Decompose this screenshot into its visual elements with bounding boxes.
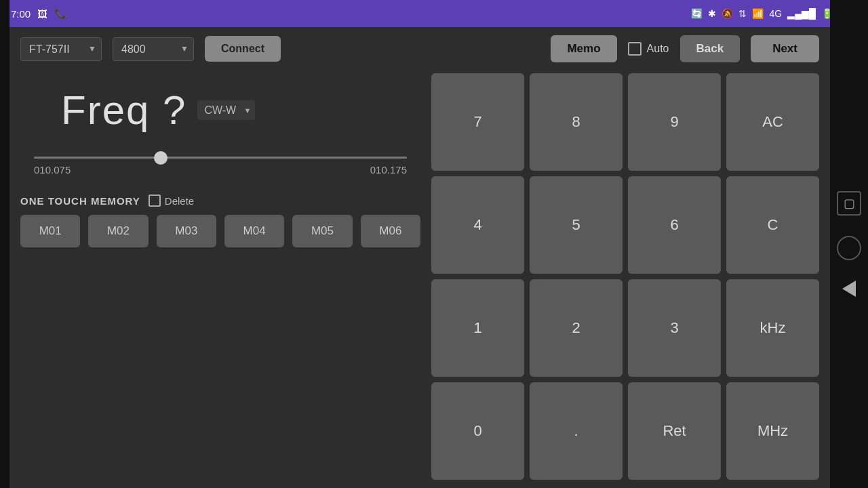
memory-title: ONE TOUCH MEMORY [20, 195, 140, 207]
delete-checkbox[interactable] [149, 195, 161, 207]
bluetooth-icon: ✱ [708, 8, 716, 19]
memory-button-m03[interactable]: M03 [157, 215, 216, 247]
freq-label: Freq ? [61, 87, 186, 134]
alarm-icon: 🔕 [722, 8, 733, 19]
photo-icon: 🖼 [37, 8, 47, 20]
memory-buttons: M01M02M03M04M05M06 [20, 215, 420, 247]
toolbar: FT-757II ▼ 4800 ▼ Connect Memo Auto Back… [20, 35, 819, 62]
device-select[interactable]: FT-757II [20, 37, 102, 61]
slider-track [34, 157, 407, 159]
data-icon: ⇅ [738, 8, 747, 19]
key-MHz[interactable]: MHz [726, 382, 819, 480]
freq-display: Freq ? CW-W ▼ [61, 87, 420, 134]
baud-rate-select-wrapper: 4800 ▼ [113, 37, 194, 61]
memory-button-m04[interactable]: M04 [224, 215, 284, 247]
key-0[interactable]: 0 [431, 382, 524, 480]
key-9[interactable]: 9 [628, 73, 721, 171]
key-Ret[interactable]: Ret [628, 382, 721, 480]
auto-checkbox[interactable] [628, 42, 642, 56]
main-content: FT-757II ▼ 4800 ▼ Connect Memo Auto Back… [9, 27, 830, 488]
slider-labels: 010.075 010.175 [34, 164, 407, 176]
key-kHz[interactable]: kHz [726, 279, 819, 377]
key-dot[interactable]: . [530, 382, 623, 480]
next-button[interactable]: Next [751, 35, 819, 62]
key-C[interactable]: C [726, 176, 819, 274]
slider-min-label: 010.075 [34, 164, 71, 176]
key-3[interactable]: 3 [628, 279, 721, 377]
left-panel: Freq ? CW-W ▼ 010.075 010.175 [20, 73, 420, 480]
memory-header: ONE TOUCH MEMORY Delete [20, 195, 420, 207]
memory-button-m06[interactable]: M06 [361, 215, 420, 247]
circle-nav-button[interactable] [837, 236, 861, 260]
key-6[interactable]: 6 [628, 176, 721, 274]
left-strip [0, 0, 9, 488]
memo-button[interactable]: Memo [551, 35, 616, 62]
slider-max-label: 010.175 [370, 164, 407, 176]
auto-label: Auto [647, 43, 669, 55]
content-area: Freq ? CW-W ▼ 010.075 010.175 [20, 73, 819, 480]
back-button[interactable]: Back [680, 35, 741, 62]
device-select-wrapper: FT-757II ▼ [20, 37, 102, 61]
auto-wrapper: Auto [628, 42, 669, 56]
back-nav-button[interactable] [842, 281, 856, 297]
memory-button-m01[interactable]: M01 [20, 215, 80, 247]
delete-label: Delete [165, 195, 194, 207]
memory-button-m05[interactable]: M05 [292, 215, 352, 247]
mode-wrapper: CW-W ▼ [197, 100, 255, 120]
slider-thumb[interactable] [154, 151, 167, 165]
sync-icon: 🔄 [691, 8, 703, 19]
toolbar-right: Memo Auto Back Next [551, 35, 819, 62]
memory-button-m02[interactable]: M02 [88, 215, 148, 247]
phone-icon: 📞 [54, 7, 67, 20]
delete-wrapper: Delete [149, 195, 194, 207]
key-1[interactable]: 1 [431, 279, 524, 377]
keypad: 789AC456C123kHz0.RetMHz [431, 73, 819, 480]
signal-4g: 4G [769, 8, 782, 19]
wifi-icon: 📶 [752, 8, 764, 19]
status-bar: 7:00 🖼 📞 🔄 ✱ 🔕 ⇅ 📶 4G ▂▄▆█ 🔋 86% [0, 0, 868, 27]
key-AC[interactable]: AC [726, 73, 819, 171]
mode-select[interactable]: CW-W [197, 100, 255, 120]
right-nav-strip: ▢ [830, 0, 868, 488]
memory-section: ONE TOUCH MEMORY Delete M01M02M03M04M05M… [20, 195, 420, 247]
status-time: 7:00 [11, 8, 31, 20]
square-nav-button[interactable]: ▢ [837, 191, 861, 216]
signal-bars: ▂▄▆█ [787, 8, 816, 19]
slider-container: 010.075 010.175 [34, 146, 407, 176]
key-5[interactable]: 5 [530, 176, 623, 274]
key-7[interactable]: 7 [431, 73, 524, 171]
connect-button[interactable]: Connect [205, 36, 281, 62]
key-2[interactable]: 2 [530, 279, 623, 377]
key-4[interactable]: 4 [431, 176, 524, 274]
key-8[interactable]: 8 [530, 73, 623, 171]
baud-rate-select[interactable]: 4800 [113, 37, 194, 61]
